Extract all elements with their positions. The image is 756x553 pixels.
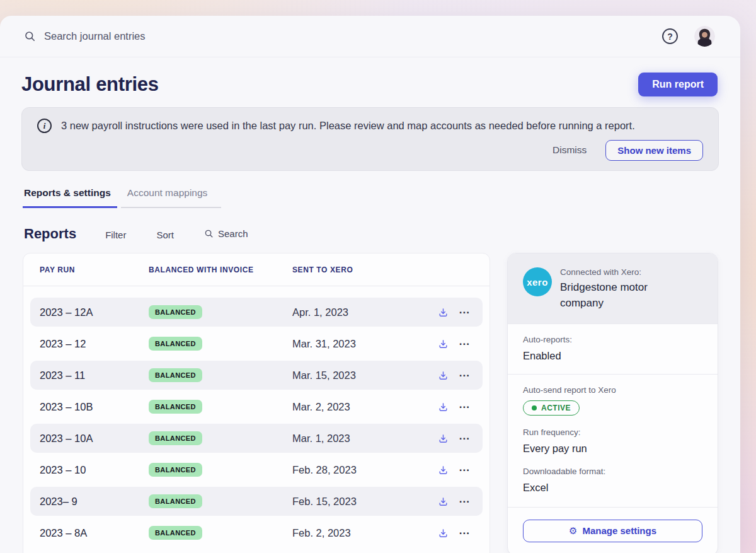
notification-banner: i 3 new payroll instructions were used i… <box>21 107 719 171</box>
connection-header: xero Connected with Xero: Bridgestone mo… <box>508 253 718 323</box>
page-header: Journal entries Run report <box>0 57 740 96</box>
sent-date: Mar. 1, 2023 <box>292 433 438 445</box>
pay-run-label: 2023 – 10A <box>40 433 149 445</box>
xero-logo-icon: xero <box>523 267 552 296</box>
reports-toolbar: Reports Filter Sort Search <box>24 226 718 242</box>
format-label: Downloadable format: <box>523 467 702 476</box>
avatar-image <box>694 26 715 47</box>
pay-run-label: 2023– 9 <box>40 496 149 508</box>
auto-reports-value: Enabled <box>523 350 702 362</box>
sent-date: Feb. 28, 2023 <box>292 464 438 476</box>
more-options-icon[interactable]: ... <box>459 339 470 349</box>
connected-label: Connected with Xero: <box>560 267 667 277</box>
status-badge: BALANCED <box>149 400 202 414</box>
status-badge: BALANCED <box>149 494 202 508</box>
status-badge: BALANCED <box>149 463 202 477</box>
show-new-items-button[interactable]: Show new items <box>605 140 703 161</box>
download-icon[interactable] <box>438 307 449 318</box>
download-icon[interactable] <box>438 433 449 444</box>
download-icon[interactable] <box>438 402 449 412</box>
reports-table: PAY RUN BALANCED WITH INVOICE SENT TO XE… <box>23 253 490 553</box>
search-icon <box>24 30 36 42</box>
sent-date: Feb. 2, 2023 <box>292 527 438 539</box>
status-badge: BALANCED <box>149 305 202 319</box>
info-icon: i <box>37 119 52 133</box>
search-box[interactable] <box>24 30 662 42</box>
download-icon[interactable] <box>438 528 449 538</box>
sent-date: Mar. 31, 2023 <box>292 338 438 350</box>
status-badge: BALANCED <box>149 368 202 382</box>
pay-run-label: 2023 – 11 <box>40 370 149 381</box>
column-balanced: BALANCED WITH INVOICE <box>149 265 292 274</box>
table-search-label: Search <box>218 228 248 239</box>
tab-account-mappings[interactable]: Account mappings <box>121 187 222 208</box>
table-row[interactable]: 2023 – 12A BALANCED Apr. 1, 2023 ... <box>30 298 483 327</box>
more-options-icon[interactable]: ... <box>459 370 470 380</box>
status-badge: BALANCED <box>149 526 202 540</box>
download-icon[interactable] <box>438 465 449 475</box>
company-name: Bridgestone motor company <box>560 279 667 311</box>
gear-icon: ⚙ <box>569 526 577 535</box>
dismiss-button[interactable]: Dismiss <box>549 139 590 161</box>
pay-run-label: 2023 – 12 <box>40 338 149 350</box>
sort-button[interactable]: Sort <box>156 230 174 240</box>
auto-send-label: Auto-send report to Xero <box>523 385 702 395</box>
banner-message: 3 new payroll instructions were used in … <box>61 120 635 132</box>
table-row[interactable]: 2023 – 10A BALANCED Mar. 1, 2023 ... <box>30 424 483 453</box>
more-options-icon[interactable]: ... <box>459 307 470 317</box>
download-icon[interactable] <box>438 339 449 349</box>
pay-run-label: 2023 – 8A <box>40 527 149 539</box>
auto-reports-section: Auto-reports: Enabled <box>508 323 718 374</box>
auto-reports-label: Auto-reports: <box>523 335 702 344</box>
table-row[interactable]: 2023– 9 BALANCED Feb. 15, 2023 ... <box>30 487 483 516</box>
column-pay-run: PAY RUN <box>40 265 149 274</box>
sent-date: Apr. 1, 2023 <box>292 306 438 318</box>
table-row[interactable]: 2023 – 12 BALANCED Mar. 31, 2023 ... <box>30 329 483 358</box>
more-options-icon[interactable]: ... <box>459 402 470 412</box>
active-dot-icon <box>532 405 537 410</box>
settings-section: Auto-send report to Xero ACTIVE Run freq… <box>508 374 718 507</box>
filter-button[interactable]: Filter <box>105 230 126 240</box>
top-bar: ? <box>0 16 740 57</box>
active-status-label: ACTIVE <box>541 404 571 412</box>
status-badge: BALANCED <box>149 431 202 445</box>
run-frequency-value: Every pay run <box>523 443 702 455</box>
tab-reports-settings[interactable]: Reports & settings <box>23 187 117 208</box>
download-icon[interactable] <box>438 496 449 507</box>
download-icon[interactable] <box>438 370 449 381</box>
manage-settings-button[interactable]: ⚙ Manage settings <box>523 520 702 542</box>
xero-connection-panel: xero Connected with Xero: Bridgestone mo… <box>507 253 718 553</box>
pay-run-label: 2023 – 12A <box>40 306 149 318</box>
more-options-icon[interactable]: ... <box>459 465 470 475</box>
main-card: ? Journal entries Run report i 3 new pay… <box>0 16 740 553</box>
table-search-button[interactable]: Search <box>204 228 248 239</box>
table-row[interactable]: 2023 – 10 BALANCED Feb. 28, 2023 ... <box>30 455 483 484</box>
sent-date: Mar. 2, 2023 <box>292 401 438 413</box>
more-options-icon[interactable]: ... <box>459 433 470 443</box>
column-sent-to-xero: SENT TO XERO <box>292 265 477 274</box>
more-options-icon[interactable]: ... <box>459 496 470 506</box>
more-options-icon[interactable]: ... <box>459 528 470 538</box>
search-input[interactable] <box>44 30 309 42</box>
table-row[interactable]: 2023 – 8A BALANCED Feb. 2, 2023 ... <box>30 518 483 547</box>
table-rows: 2023 – 12A BALANCED Apr. 1, 2023 ... 202… <box>23 286 490 553</box>
run-frequency-label: Run frequency: <box>523 428 702 437</box>
status-badge: BALANCED <box>149 337 202 351</box>
reports-heading: Reports <box>24 226 76 242</box>
sent-date: Mar. 15, 2023 <box>292 370 438 381</box>
tab-bar: Reports & settings Account mappings <box>23 187 718 208</box>
manage-settings-label: Manage settings <box>582 525 656 536</box>
pay-run-label: 2023 – 10B <box>40 401 149 413</box>
page-title: Journal entries <box>21 73 159 96</box>
search-icon <box>204 229 214 238</box>
table-row[interactable]: 2023 – 11 BALANCED Mar. 15, 2023 ... <box>30 361 483 390</box>
sent-date: Feb. 15, 2023 <box>292 496 438 508</box>
help-icon[interactable]: ? <box>662 28 678 44</box>
table-row[interactable]: 2023 – 10B BALANCED Mar. 2, 2023 ... <box>30 392 483 421</box>
table-header: PAY RUN BALANCED WITH INVOICE SENT TO XE… <box>23 253 490 286</box>
run-report-button[interactable]: Run report <box>638 73 718 96</box>
pay-run-label: 2023 – 10 <box>40 464 149 476</box>
avatar[interactable] <box>694 26 715 47</box>
active-status-badge: ACTIVE <box>523 400 580 416</box>
format-value: Excel <box>523 482 702 494</box>
